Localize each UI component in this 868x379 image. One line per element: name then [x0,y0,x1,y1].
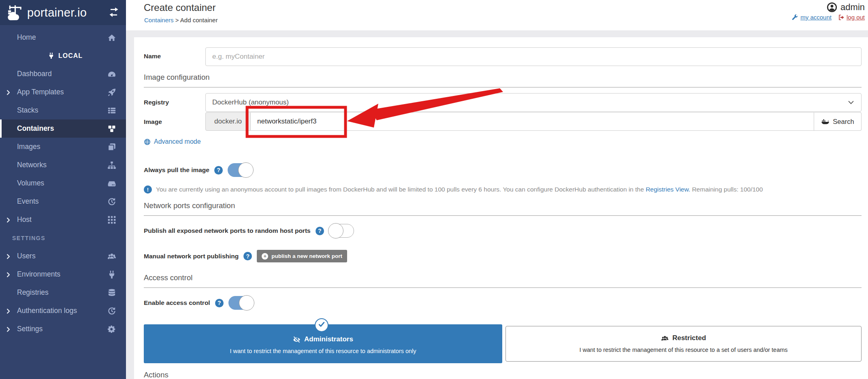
breadcrumb-containers-link[interactable]: Containers [144,17,174,23]
breadcrumb-separator: > [175,17,179,23]
my-account-link[interactable]: my account [792,14,832,21]
content-area: Name Image configuration Registry Docker… [126,30,868,379]
image-registry-prefix: docker.io [205,112,251,131]
database-icon [107,288,116,297]
chevron-right-icon [5,326,11,332]
advanced-mode-link[interactable]: Advanced mode [144,138,201,145]
history-icon [107,307,116,315]
name-label: Name [144,53,161,60]
sidebar-item-volumes[interactable]: Volumes [0,174,126,192]
sidebar-item-label: Images [17,143,107,151]
create-container-form: Name Image configuration Registry Docker… [134,37,868,379]
sidebar-item-authentication-logs[interactable]: Authentication logs [0,302,126,320]
sidebar-item-dashboard[interactable]: Dashboard [0,65,126,83]
chevron-down-icon [847,99,855,106]
image-input-group: docker.io Search [205,112,862,131]
enable-access-row: Enable access control ? [144,296,254,310]
users-icon [661,334,669,342]
username: admin [840,2,865,13]
sidebar-item-host[interactable]: Host [0,211,126,229]
image-label: Image [144,118,162,126]
image-search-button[interactable]: Search [814,112,862,131]
sidebar-section-label: SETTINGS [0,229,126,247]
restricted-card-description: I want to restrict the management of thi… [506,347,861,353]
always-pull-toggle[interactable] [228,163,253,177]
history-icon [107,197,116,206]
gauge-icon [107,70,116,79]
access-option-restricted[interactable]: Restricted I want to restrict the manage… [505,326,862,362]
sitemap-icon [107,161,116,170]
administrators-card-title: Administrators [144,335,502,343]
header-links: my account log out [792,14,865,21]
sidebar-item-label: Stacks [17,106,107,115]
always-pull-row: Always pull the image ? [144,163,253,177]
page-header: Create container Containers > Add contai… [126,0,868,30]
sidebar-item-label: Users [17,252,107,260]
registry-label: Registry [144,99,169,106]
sidebar-item-label: Registries [17,288,107,297]
sidebar-item-label: App Templates [17,88,107,96]
sidebar-item-stacks[interactable]: Stacks [0,101,126,119]
image-name-input[interactable] [251,112,814,131]
sidebar-item-label: Host [17,215,107,224]
plus-circle-icon: + [262,253,268,260]
registries-view-link[interactable]: Registries View. [646,186,690,193]
sidebar-menu: HomeLOCALDashboardApp TemplatesStacksCon… [0,25,126,338]
help-icon[interactable]: ? [316,227,324,235]
restricted-card-title: Restricted [506,334,861,342]
registry-selected-value: DockerHub (anonymous) [212,98,847,106]
help-icon[interactable]: ? [243,252,252,260]
sidebar-item-app-templates[interactable]: App Templates [0,83,126,101]
sidebar-item-events[interactable]: Events [0,192,126,211]
users-icon [107,252,116,261]
access-control-heading: Access control [144,273,862,288]
sidebar-item-settings[interactable]: Settings [0,320,126,338]
always-pull-label: Always pull the image [144,166,209,174]
container-name-input[interactable] [205,47,862,66]
chevron-right-icon [5,253,11,259]
selected-check-badge [315,318,328,332]
manual-port-label: Manual network port publishing [144,253,239,260]
log-out-link[interactable]: log out [838,14,865,21]
sidebar-item-label: Environments [17,270,107,279]
publish-new-port-button[interactable]: + publish a new network port [257,250,347,262]
sidebar-item-containers[interactable]: Containers [0,119,126,138]
help-icon[interactable]: ? [215,299,224,307]
grid-icon [107,215,116,224]
actions-heading: Actions [144,370,862,379]
sidebar-item-label: Volumes [17,179,107,187]
sidebar-item-home[interactable]: Home [0,28,126,47]
layers-icon [107,143,116,151]
sidebar-item-label: Dashboard [17,70,107,78]
cubes-icon [107,124,116,133]
chevron-right-icon [5,308,11,314]
breadcrumb-current: Add container [180,17,218,23]
chevron-right-icon [5,89,11,95]
help-icon[interactable]: ? [214,166,223,175]
user-line: admin [792,2,865,13]
enable-access-toggle[interactable] [228,296,254,310]
sidebar-item-images[interactable]: Images [0,138,126,156]
user-box: admin my account log out [792,2,865,21]
globe-icon [144,138,151,145]
publish-all-toggle[interactable] [329,224,354,238]
list-icon [107,106,116,115]
eye-slash-icon [293,336,301,343]
docker-whale-icon [821,117,830,126]
sidebar-item-networks[interactable]: Networks [0,156,126,174]
chevron-right-icon [5,271,11,277]
sidebar-collapse-icon[interactable] [108,7,119,18]
portainer-logo-text: portainer.io [27,6,105,19]
sidebar-item-registries[interactable]: Registries [0,283,126,302]
sidebar-item-label: Events [17,197,107,206]
sidebar-item-environments[interactable]: Environments [0,265,126,283]
portainer-logo-icon [6,4,23,21]
hdd-icon [107,179,116,188]
gears-icon [107,325,116,334]
registry-select[interactable]: DockerHub (anonymous) [205,93,862,112]
home-icon [107,33,116,42]
sidebar: portainer.io HomeLOCALDashboardApp Templ… [0,0,126,379]
publish-all-row: Publish all exposed network ports to ran… [144,224,354,238]
sidebar-item-users[interactable]: Users [0,247,126,265]
check-icon [318,320,326,330]
